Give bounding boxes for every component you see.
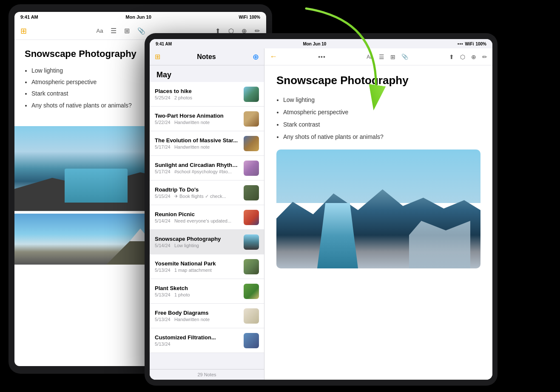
list-item[interactable]: Yosemite National Park 5/13/24 1 map att… bbox=[150, 254, 264, 279]
note-preview: 2 photos bbox=[174, 95, 192, 100]
note-item-title: Reunion Picnic bbox=[155, 211, 240, 217]
ipad-front-screen: 9:41 AM Mon Jun 10 ••• WiFi 100% ⊞ Notes… bbox=[150, 39, 492, 380]
sidebar-toggle-icon-back[interactable]: ⊞ bbox=[20, 26, 27, 36]
ipad-front: 9:41 AM Mon Jun 10 ••• WiFi 100% ⊞ Notes… bbox=[145, 33, 497, 386]
front-wifi: WiFi bbox=[465, 42, 474, 46]
sidebar-header: ⊞ Notes ⊕ bbox=[150, 48, 264, 65]
note-item-title: Free Body Diagrams bbox=[155, 310, 240, 316]
list-item[interactable]: Places to hike 5/25/24 2 photos bbox=[150, 82, 264, 107]
note-item-content: Customized Filtration... 5/13/24 bbox=[155, 334, 240, 347]
note-thumb bbox=[244, 87, 259, 102]
compose-icon[interactable]: ✏ bbox=[482, 54, 487, 60]
attachment-icon[interactable]: 📎 bbox=[401, 54, 408, 60]
detail-content: Snowscape Photography Low lighting Atmos… bbox=[264, 65, 492, 380]
format-text-icon[interactable]: Aa bbox=[367, 54, 373, 60]
note-preview: Low lighting bbox=[174, 243, 199, 248]
sidebar-title: Notes bbox=[160, 53, 253, 61]
note-date: 5/13/24 bbox=[155, 341, 171, 347]
sidebar-toggle-icon[interactable]: ⊞ bbox=[155, 53, 160, 61]
front-time: 9:41 AM bbox=[156, 42, 172, 46]
note-thumb bbox=[244, 161, 259, 176]
detail-bullets: Low lighting Atmospheric perspective Sta… bbox=[276, 94, 480, 143]
list-item[interactable]: Plant Sketch 5/13/24 1 photo bbox=[150, 279, 264, 304]
front-battery: 100% bbox=[475, 42, 486, 46]
note-item-meta: 5/22/24 Handwritten note bbox=[155, 120, 240, 125]
front-status-right: ••• WiFi 100% bbox=[458, 42, 486, 46]
note-item-content: Yosemite National Park 5/13/24 1 map att… bbox=[155, 260, 240, 273]
status-bar-back: 9:41 AM Mon Jun 10 WiFi 100% bbox=[14, 12, 266, 22]
note-item-title: Plant Sketch bbox=[155, 285, 240, 291]
note-item-meta: 5/17/24 #school #psychology #bio... bbox=[155, 169, 240, 174]
main-area: ⊞ Notes ⊕ May Places to hike 5/25/24 bbox=[150, 48, 492, 380]
list-item-active[interactable]: Snowscape Photography 5/14/24 Low lighti… bbox=[150, 230, 264, 254]
format-icon-back[interactable]: Aa bbox=[97, 28, 103, 34]
note-item-content: Reunion Picnic 5/14/24 Need everyone's u… bbox=[155, 211, 240, 223]
note-preview: Handwritten note bbox=[174, 144, 210, 149]
table-icon[interactable]: ⊞ bbox=[390, 54, 395, 60]
back-time: 9:41 AM bbox=[20, 14, 38, 20]
note-item-title: Places to hike bbox=[155, 88, 240, 94]
more-circle-icon[interactable]: ⊕ bbox=[471, 54, 476, 60]
note-item-title: The Evolution of Massive Star... bbox=[155, 137, 240, 144]
note-date: 5/13/24 bbox=[155, 317, 171, 322]
note-date: 5/13/24 bbox=[155, 292, 171, 297]
back-arrow-icon[interactable]: ← bbox=[270, 52, 277, 61]
three-dots-icon[interactable]: ••• bbox=[318, 54, 326, 60]
detail-title: Snowscape Photography bbox=[276, 74, 480, 87]
note-preview: Handwritten note bbox=[174, 317, 210, 322]
note-item-title: Sunlight and Circadian Rhythm... bbox=[155, 162, 240, 168]
note-thumb bbox=[244, 259, 259, 274]
notes-list[interactable]: Places to hike 5/25/24 2 photos T bbox=[150, 82, 264, 369]
note-item-meta: 5/25/24 2 photos bbox=[155, 95, 240, 100]
note-date: 5/22/24 bbox=[155, 120, 171, 125]
note-thumb bbox=[244, 284, 259, 299]
note-detail-pane: ← ••• Aa ☰ ⊞ 📎 ⬆ ⬡ ⊕ ✏ Snowscape Photo bbox=[264, 48, 492, 380]
detail-bullet-2: Atmospheric perspective bbox=[283, 106, 480, 118]
note-date: 5/13/24 bbox=[155, 268, 171, 273]
note-item-content: Snowscape Photography 5/14/24 Low lighti… bbox=[155, 236, 240, 248]
note-thumb bbox=[244, 136, 259, 151]
note-item-title: Yosemite National Park bbox=[155, 260, 240, 267]
note-thumb bbox=[244, 234, 259, 250]
back-battery: 100% bbox=[249, 15, 260, 20]
list-item[interactable]: Roadtrip To Do's 5/15/24 ✈ Book flights … bbox=[150, 180, 264, 205]
dots-icon: ••• bbox=[458, 42, 463, 46]
note-item-content: The Evolution of Massive Star... 5/17/24… bbox=[155, 137, 240, 149]
list-item[interactable]: Customized Filtration... 5/13/24 bbox=[150, 328, 264, 353]
detail-bullet-3: Stark contrast bbox=[283, 118, 480, 130]
back-date: Mon Jun 10 bbox=[125, 14, 151, 20]
note-date: 5/25/24 bbox=[155, 95, 171, 100]
attach-icon-back[interactable]: 📎 bbox=[137, 27, 145, 35]
list-item[interactable]: Free Body Diagrams 5/13/24 Handwritten n… bbox=[150, 304, 264, 328]
notes-count: 29 Notes bbox=[197, 372, 216, 377]
detail-landscape-photo bbox=[276, 149, 480, 268]
note-thumb bbox=[244, 111, 259, 127]
list-item[interactable]: Sunlight and Circadian Rhythm... 5/17/24… bbox=[150, 156, 264, 180]
note-item-meta: 5/14/24 Low lighting bbox=[155, 243, 240, 248]
note-thumb bbox=[244, 185, 259, 200]
list-icon-back[interactable]: ☰ bbox=[111, 27, 117, 35]
note-preview: 1 map attachment bbox=[174, 268, 212, 273]
list-item[interactable]: Two-Part Horse Animation 5/22/24 Handwri… bbox=[150, 107, 264, 131]
note-preview: 1 photo bbox=[174, 292, 190, 297]
note-item-content: Roadtrip To Do's 5/15/24 ✈ Book flights … bbox=[155, 186, 240, 199]
note-item-content: Sunlight and Circadian Rhythm... 5/17/24… bbox=[155, 162, 240, 174]
note-preview: ✈ Book flights ✓ check... bbox=[174, 194, 226, 199]
markup-tool-icon[interactable]: ⬡ bbox=[460, 54, 465, 60]
share-icon[interactable]: ⬆ bbox=[449, 54, 454, 60]
note-item-title: Two-Part Horse Animation bbox=[155, 113, 240, 119]
list-item[interactable]: Reunion Picnic 5/14/24 Need everyone's u… bbox=[150, 205, 264, 230]
table-icon-back[interactable]: ⊞ bbox=[124, 27, 130, 35]
detail-toolbar: ← ••• Aa ☰ ⊞ 📎 ⬆ ⬡ ⊕ ✏ bbox=[264, 48, 492, 65]
note-item-content: Free Body Diagrams 5/13/24 Handwritten n… bbox=[155, 310, 240, 322]
note-item-content: Plant Sketch 5/13/24 1 photo bbox=[155, 285, 240, 297]
sidebar-more-icon[interactable]: ⊕ bbox=[253, 52, 259, 62]
status-bar-front: 9:41 AM Mon Jun 10 ••• WiFi 100% bbox=[150, 39, 492, 48]
list-format-icon[interactable]: ☰ bbox=[379, 54, 384, 60]
note-date: 5/15/24 bbox=[155, 194, 171, 199]
list-item[interactable]: The Evolution of Massive Star... 5/17/24… bbox=[150, 131, 264, 156]
back-wifi-icon: WiFi bbox=[239, 15, 247, 20]
note-item-content: Places to hike 5/25/24 2 photos bbox=[155, 88, 240, 100]
note-thumb bbox=[244, 333, 259, 348]
front-date: Mon Jun 10 bbox=[303, 42, 326, 46]
